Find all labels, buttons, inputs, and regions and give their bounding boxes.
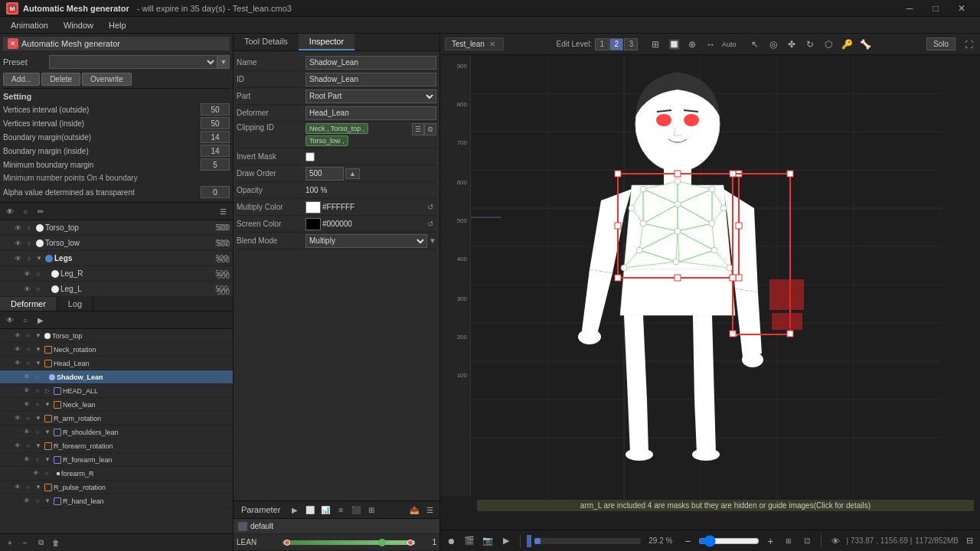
blend-mode-select[interactable]: Multiply <box>305 234 427 248</box>
param-play-btn[interactable]: ▶ <box>288 503 302 517</box>
close-button[interactable]: ✕ <box>949 0 974 17</box>
vertices-inside-input[interactable] <box>201 117 230 129</box>
rotate-btn[interactable]: ↻ <box>802 36 818 53</box>
timeline-bar[interactable] <box>534 538 641 544</box>
multiply-color-reset[interactable]: ↺ <box>424 201 436 214</box>
maximize-viewport-button[interactable]: ⛶ <box>962 37 975 51</box>
menu-animation[interactable]: Animation <box>3 19 56 31</box>
transform-btn[interactable]: ↔ <box>702 36 719 53</box>
param-export-btn[interactable]: 📤 <box>407 503 421 517</box>
playback-record-btn[interactable]: ⏺ <box>443 533 459 549</box>
layer-legs[interactable]: 👁 ○ ▼ Legs 500 <box>0 251 233 266</box>
visibility-toggle[interactable]: 👁 <box>3 204 17 218</box>
status-message[interactable]: arm_L are included 4 are masks but they … <box>477 500 974 511</box>
param-btn2[interactable]: 📊 <box>318 503 332 517</box>
view-options[interactable]: 👁 <box>828 533 843 549</box>
snap-btn[interactable]: 🔲 <box>665 36 682 53</box>
expand-icon[interactable]: ▼ <box>43 497 52 506</box>
name-input[interactable] <box>305 56 436 70</box>
param-menu-btn[interactable]: ☰ <box>423 503 436 517</box>
delete-preset-button[interactable]: Delete <box>41 73 80 86</box>
delete-item-button[interactable]: 🗑 <box>49 536 63 549</box>
dt-torso-top[interactable]: 👁 ○ ▼ Torso_top <box>0 329 233 343</box>
pivot-btn[interactable]: ⊕ <box>684 36 701 53</box>
add-preset-button[interactable]: Add... <box>3 73 40 86</box>
mesh-panel-close[interactable]: ✕ <box>8 38 18 49</box>
multiply-color-preview[interactable] <box>305 201 321 214</box>
dt-neck-rotation[interactable]: 👁 ○ ▼ Neck_rotation <box>0 343 233 357</box>
param-lean-slider[interactable] <box>283 540 415 545</box>
playback-export-btn[interactable]: 📷 <box>480 533 495 549</box>
expand-icon[interactable]: ▼ <box>34 254 44 263</box>
bone-btn[interactable]: 🦴 <box>857 36 874 53</box>
zoom-fit-btn[interactable]: ⊞ <box>781 533 796 549</box>
deformer-lock-btn[interactable]: ○ <box>18 313 32 327</box>
edit-level-1[interactable]: 1 <box>595 38 609 51</box>
minimize-button[interactable]: ─ <box>897 0 922 17</box>
edit-level-2[interactable]: 2 <box>609 38 623 51</box>
zoom-in-btn[interactable]: + <box>763 533 778 549</box>
param-btn5[interactable]: ⊞ <box>364 503 378 517</box>
layer-torso-low[interactable]: 👁 ○ Torso_low 500 <box>0 236 233 251</box>
tab-deformer[interactable]: Deformer <box>0 297 57 311</box>
dt-r-shoulders-lean[interactable]: 👁 ○ ▼ R_shoulders_lean <box>0 425 233 439</box>
viewport-canvas[interactable]: 900 800 700 600 500 400 300 200 100 <box>440 55 980 530</box>
list-menu[interactable]: ☰ <box>216 204 230 218</box>
layout-btn[interactable]: ⊟ <box>962 533 977 549</box>
layer-leg-l[interactable]: 👁 ○ Leg_L 500 <box>0 282 233 297</box>
dt-head-lean[interactable]: 👁 ○ ▼ Head_Lean <box>0 357 233 370</box>
dt-head-all[interactable]: 👁 ○ ▷ HEAD_ALL <box>0 384 233 398</box>
dt-r-pulse-rotation[interactable]: 👁 ○ ▼ R_pulse_rotation <box>0 481 233 494</box>
dt-r-forearm-rotation[interactable]: 👁 ○ ▼ R_forearm_rotation <box>0 439 233 453</box>
zoom-slider[interactable] <box>698 535 760 547</box>
alpha-transparent-input[interactable] <box>201 186 230 198</box>
min-boundary-input[interactable] <box>201 158 230 171</box>
copy-item-button[interactable]: ⧉ <box>34 536 47 549</box>
expand-icon[interactable]: ▼ <box>34 331 43 341</box>
param-lean-thumb[interactable] <box>378 539 386 546</box>
layer-torso-top[interactable]: 👁 ○ Torso_top 500 <box>0 220 233 236</box>
mesh-panel-title[interactable]: ✕ Automatic Mesh generator <box>3 37 230 51</box>
select-btn[interactable]: ↖ <box>746 36 763 53</box>
overwrite-preset-button[interactable]: Overwrite <box>82 73 132 86</box>
solo-button[interactable]: Solo <box>926 37 956 51</box>
param-btn1[interactable]: ⬜ <box>303 503 317 517</box>
invert-mask-checkbox[interactable] <box>305 152 315 161</box>
add-item-button[interactable]: + <box>3 536 17 549</box>
auto-btn[interactable]: Auto <box>720 36 737 53</box>
circle-btn[interactable]: ◎ <box>765 36 782 53</box>
move-btn[interactable]: ✤ <box>783 36 800 53</box>
viewport-tab[interactable]: Test_lean ✕ <box>445 37 504 51</box>
screen-color-preview[interactable] <box>305 218 321 230</box>
expand-icon[interactable]: ▼ <box>34 359 43 368</box>
param-btn3[interactable]: ≡ <box>334 503 348 517</box>
draw-order-up[interactable]: ▲ <box>345 168 360 179</box>
dt-forearm-r[interactable]: 👁 ○ forearm_R <box>0 467 233 481</box>
key-btn[interactable]: 🔑 <box>838 36 855 53</box>
tab-tool-details[interactable]: Tool Details <box>234 34 299 51</box>
dt-neck-lean[interactable]: 👁 ○ ▼ Neck_lean <box>0 398 233 412</box>
draw-order-input[interactable] <box>305 167 344 181</box>
dt-shadow-lean[interactable]: 👁 ○ Shadow_Lean <box>0 370 233 384</box>
expand-icon[interactable]: ▼ <box>43 428 52 437</box>
id-input[interactable] <box>305 73 436 86</box>
lock-toggle[interactable]: ○ <box>18 204 32 218</box>
expand-icon[interactable]: ▼ <box>43 455 52 465</box>
vertices-outside-input[interactable] <box>201 103 230 116</box>
draw-toggle[interactable]: ✏ <box>34 204 47 218</box>
boundary-outside-input[interactable] <box>201 131 230 143</box>
expand-icon[interactable]: ▼ <box>34 483 43 492</box>
preset-arrow[interactable]: ▼ <box>217 55 230 69</box>
expand-icon[interactable]: ▼ <box>34 414 43 423</box>
deformer-vis-btn[interactable]: 👁 <box>3 313 17 327</box>
clipping-settings-button[interactable]: ⚙ <box>424 123 436 135</box>
menu-help[interactable]: Help <box>101 19 134 31</box>
edit-level-3[interactable]: 3 <box>624 38 638 51</box>
zoom-screen-btn[interactable]: ⊡ <box>799 533 815 549</box>
deform-btn[interactable]: ⬡ <box>820 36 837 53</box>
dt-r-arm-rotation[interactable]: 👁 ○ ▼ R_arm_rotation <box>0 412 233 425</box>
layer-leg-r[interactable]: 👁 ○ Leg_R 500 <box>0 266 233 282</box>
zoom-out-btn[interactable]: − <box>680 533 695 549</box>
boundary-inside-input[interactable] <box>201 145 230 157</box>
expand-icon[interactable]: ▼ <box>43 400 52 409</box>
